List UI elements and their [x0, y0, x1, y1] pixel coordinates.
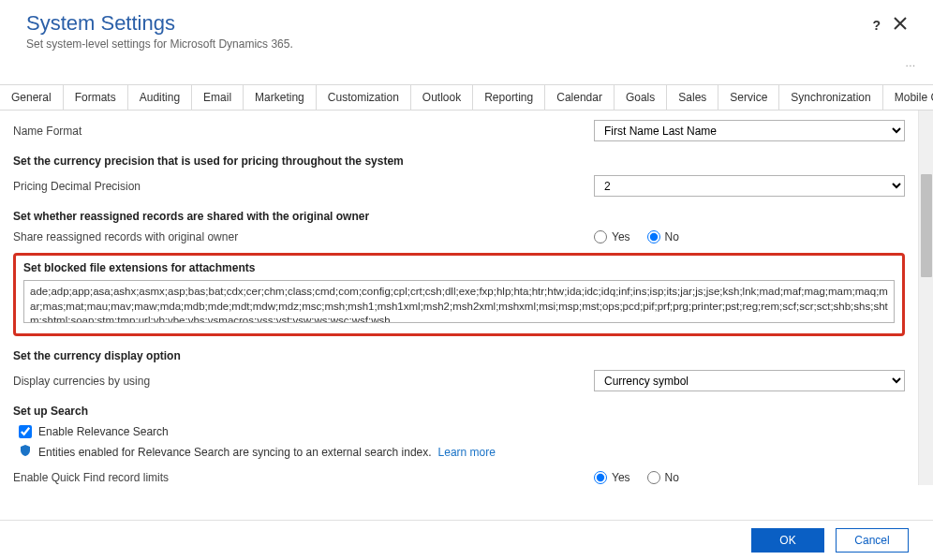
pricing-precision-select[interactable]: 2	[594, 175, 905, 197]
tab-goals[interactable]: Goals	[615, 85, 667, 110]
reassigned-heading: Set whether reassigned records are share…	[13, 210, 905, 223]
scrollbar-thumb[interactable]	[921, 174, 932, 277]
currency-display-heading: Set the currency display option	[13, 349, 905, 362]
cancel-button[interactable]: Cancel	[836, 528, 909, 553]
dialog-footer: OK Cancel	[0, 520, 933, 560]
quick-find-no-radio[interactable]	[647, 471, 660, 484]
quick-find-yes[interactable]: Yes	[594, 471, 630, 484]
tab-mobile-client[interactable]: Mobile Client	[883, 85, 933, 110]
close-icon[interactable]	[894, 17, 907, 33]
quick-find-label: Enable Quick Find record limits	[13, 471, 594, 484]
vertical-scrollbar[interactable]	[918, 111, 933, 485]
reassigned-yes[interactable]: Yes	[594, 230, 630, 243]
quick-find-yes-radio[interactable]	[594, 471, 607, 484]
tab-service[interactable]: Service	[718, 85, 779, 110]
tab-auditing[interactable]: Auditing	[128, 85, 192, 110]
tab-reporting[interactable]: Reporting	[473, 85, 545, 110]
enable-relevance-checkbox[interactable]	[19, 425, 32, 438]
help-icon[interactable]: ?	[872, 18, 881, 33]
tab-formats[interactable]: Formats	[64, 85, 128, 110]
tab-outlook[interactable]: Outlook	[411, 85, 473, 110]
pricing-precision-label: Pricing Decimal Precision	[13, 180, 594, 193]
reassigned-label: Share reassigned records with original o…	[13, 230, 594, 243]
enable-relevance-label: Enable Relevance Search	[38, 425, 169, 438]
name-format-label: Name Format	[13, 125, 594, 138]
tab-customization[interactable]: Customization	[317, 85, 411, 110]
reassigned-yes-label: Yes	[612, 230, 630, 243]
dialog-header: System Settings Set system-level setting…	[0, 0, 933, 58]
tab-email[interactable]: Email	[192, 85, 244, 110]
page-title: System Settings	[26, 11, 907, 36]
blocked-ext-heading: Set blocked file extensions for attachme…	[23, 261, 895, 274]
tab-bar: General Formats Auditing Email Marketing…	[0, 84, 933, 111]
search-heading: Set up Search	[13, 405, 905, 418]
quick-find-yes-label: Yes	[612, 471, 630, 484]
learn-more-link[interactable]: Learn more	[438, 446, 496, 459]
blocked-extensions-highlight: Set blocked file extensions for attachme…	[13, 253, 905, 336]
reassigned-yes-radio[interactable]	[594, 230, 607, 243]
currency-display-label: Display currencies by using	[13, 375, 594, 388]
page-subtitle: Set system-level settings for Microsoft …	[26, 37, 907, 51]
header-actions: ?	[872, 17, 907, 33]
pricing-precision-heading: Set the currency precision that is used …	[13, 155, 905, 168]
reassigned-no-label: No	[665, 230, 679, 243]
shield-icon	[19, 444, 32, 460]
tab-sales[interactable]: Sales	[667, 85, 718, 110]
tab-general[interactable]: General	[0, 85, 64, 110]
quick-find-no-label: No	[665, 471, 679, 484]
name-format-select[interactable]: First Name Last Name	[594, 120, 905, 141]
quick-find-no[interactable]: No	[647, 471, 679, 484]
overflow-ellipsis[interactable]: ...	[906, 58, 916, 68]
tab-synchronization[interactable]: Synchronization	[779, 85, 882, 110]
blocked-extensions-input[interactable]	[23, 280, 895, 323]
reassigned-no-radio[interactable]	[647, 230, 660, 243]
relevance-info-text: Entities enabled for Relevance Search ar…	[38, 446, 432, 459]
ok-button[interactable]: OK	[751, 528, 824, 553]
reassigned-no[interactable]: No	[647, 230, 679, 243]
tab-calendar[interactable]: Calendar	[545, 85, 615, 110]
currency-display-select[interactable]: Currency symbol	[594, 370, 905, 391]
tab-marketing[interactable]: Marketing	[244, 85, 317, 110]
settings-content: Name Format First Name Last Name Set the…	[0, 111, 918, 485]
